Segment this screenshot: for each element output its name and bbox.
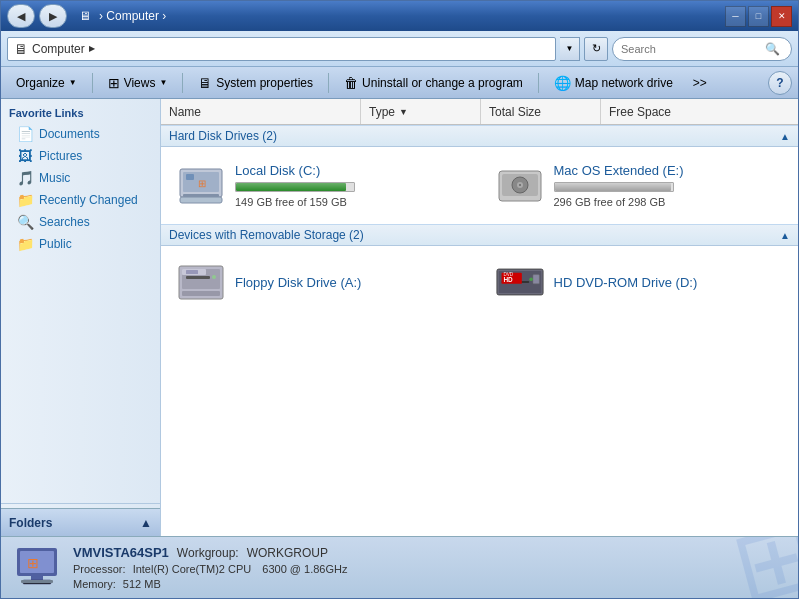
views-button[interactable]: ⊞ Views ▼ xyxy=(99,70,177,96)
status-memory-line: Memory: 512 MB xyxy=(73,578,347,590)
back-button[interactable]: ◀ xyxy=(7,4,35,28)
svg-rect-29 xyxy=(31,576,43,580)
sidebar-item-recently-changed-label: Recently Changed xyxy=(39,193,138,207)
drive-item-c[interactable]: ⊞ Local Disk (C:) 149 GB free of 159 GB xyxy=(161,155,480,216)
sidebar-item-music[interactable]: 🎵 Music xyxy=(1,167,160,189)
drive-c-bar xyxy=(236,183,346,191)
column-header: Name Type ▼ Total Size Free Space xyxy=(161,99,798,125)
status-memory-label: Memory: xyxy=(73,578,116,590)
statusbar: ⊞ VMVISTA64SP1 Workgroup: WORKGROUP Proc… xyxy=(1,536,798,598)
folders-label: Folders xyxy=(9,516,52,530)
main-content: Favorite Links 📄 Documents 🖼 Pictures 🎵 … xyxy=(1,99,798,536)
close-button[interactable]: ✕ xyxy=(771,6,792,27)
hard-disk-section-header: Hard Disk Drives (2) ▲ xyxy=(161,125,798,147)
drive-e-name[interactable]: Mac OS Extended (E:) xyxy=(554,163,684,178)
sidebar-item-public-label: Public xyxy=(39,237,72,251)
refresh-button[interactable]: ↻ xyxy=(584,37,608,61)
search-input[interactable] xyxy=(621,43,761,55)
drive-item-e[interactable]: Mac OS Extended (E:) 296 GB free of 298 … xyxy=(480,155,799,216)
more-button[interactable]: >> xyxy=(684,70,716,96)
drive-item-d[interactable]: HD DVD HD DVD-ROM Drive (D:) xyxy=(480,254,799,310)
svg-rect-4 xyxy=(180,197,222,203)
titlebar-controls: ─ □ ✕ xyxy=(725,6,792,27)
removable-collapse-button[interactable]: ▲ xyxy=(780,230,790,241)
drive-c-name[interactable]: Local Disk (C:) xyxy=(235,163,355,178)
map-drive-icon: 🌐 xyxy=(554,75,571,91)
sidebar-item-pictures-label: Pictures xyxy=(39,149,82,163)
address-dropdown-button[interactable]: ▼ xyxy=(560,37,580,61)
svg-rect-13 xyxy=(186,276,210,279)
svg-rect-17 xyxy=(186,270,198,274)
status-computer-name: VMVISTA64SP1 xyxy=(73,545,169,560)
column-type[interactable]: Type ▼ xyxy=(361,99,481,124)
drive-e-bar-container xyxy=(554,182,674,192)
sidebar-item-public[interactable]: 📁 Public xyxy=(1,233,160,255)
views-icon: ⊞ xyxy=(108,75,120,91)
svg-rect-31 xyxy=(21,580,53,583)
removable-drives-grid: Floppy Disk Drive (A:) xyxy=(161,246,798,318)
titlebar-left: ◀ ▶ 🖥 › Computer › xyxy=(7,4,166,28)
drive-d-info: HD DVD-ROM Drive (D:) xyxy=(554,275,698,290)
drive-e-free: 296 GB free of 298 GB xyxy=(554,196,684,208)
status-info: VMVISTA64SP1 Workgroup: WORKGROUP Proces… xyxy=(73,545,347,590)
removable-section-header: Devices with Removable Storage (2) ▲ xyxy=(161,224,798,246)
sidebar-divider xyxy=(1,503,160,504)
documents-icon: 📄 xyxy=(17,126,33,142)
window-path: › Computer › xyxy=(99,9,166,23)
search-icon: 🔍 xyxy=(765,42,780,56)
window: ◀ ▶ 🖥 › Computer › ─ □ ✕ 🖥 Computer ▶ ▼ … xyxy=(0,0,799,599)
views-label: Views xyxy=(124,76,156,90)
status-processor: Intel(R) Core(TM)2 CPU xyxy=(133,563,252,575)
status-memory: 512 MB xyxy=(123,578,161,590)
toolbar-separator-4 xyxy=(538,73,539,93)
column-name[interactable]: Name xyxy=(161,99,361,124)
type-sort-icon: ▼ xyxy=(399,107,408,117)
help-button[interactable]: ? xyxy=(768,71,792,95)
drive-d-name[interactable]: HD DVD-ROM Drive (D:) xyxy=(554,275,698,290)
forward-button[interactable]: ▶ xyxy=(39,4,67,28)
toolbar: Organize ▼ ⊞ Views ▼ 🖥 System properties… xyxy=(1,67,798,99)
views-dropdown-icon: ▼ xyxy=(159,78,167,87)
uninstall-button[interactable]: 🗑 Uninstall or change a program xyxy=(335,70,532,96)
uninstall-icon: 🗑 xyxy=(344,75,358,91)
svg-text:⊞: ⊞ xyxy=(198,178,206,189)
removable-section-title: Devices with Removable Storage (2) xyxy=(169,228,364,242)
sidebar: Favorite Links 📄 Documents 🖼 Pictures 🎵 … xyxy=(1,99,161,536)
svg-rect-2 xyxy=(186,174,194,180)
drive-e-info: Mac OS Extended (E:) 296 GB free of 298 … xyxy=(554,163,684,208)
hard-disk-collapse-button[interactable]: ▲ xyxy=(780,131,790,142)
status-workgroup-label: Workgroup: xyxy=(177,546,239,560)
address-path: Computer xyxy=(32,42,85,56)
drive-c-free: 149 GB free of 159 GB xyxy=(235,196,355,208)
organize-button[interactable]: Organize ▼ xyxy=(7,70,86,96)
drive-c-info: Local Disk (C:) 149 GB free of 159 GB xyxy=(235,163,355,208)
toolbar-separator-1 xyxy=(92,73,93,93)
sidebar-item-pictures[interactable]: 🖼 Pictures xyxy=(1,145,160,167)
minimize-button[interactable]: ─ xyxy=(725,6,746,27)
recently-changed-icon: 📁 xyxy=(17,192,33,208)
column-total-size[interactable]: Total Size xyxy=(481,99,601,124)
public-icon: 📁 xyxy=(17,236,33,252)
window-icon: 🖥 xyxy=(79,9,91,23)
drive-item-a[interactable]: Floppy Disk Drive (A:) xyxy=(161,254,480,310)
map-drive-button[interactable]: 🌐 Map network drive xyxy=(545,70,682,96)
hard-disk-section-title: Hard Disk Drives (2) xyxy=(169,129,277,143)
system-properties-button[interactable]: 🖥 System properties xyxy=(189,70,322,96)
svg-text:⊞: ⊞ xyxy=(27,555,39,571)
sidebar-item-documents[interactable]: 📄 Documents xyxy=(1,123,160,145)
drive-e-icon xyxy=(496,166,544,206)
sidebar-item-music-label: Music xyxy=(39,171,70,185)
folders-bar[interactable]: Folders ▲ xyxy=(1,508,160,536)
drive-d-icon: HD DVD xyxy=(496,262,544,302)
sidebar-item-recently-changed[interactable]: 📁 Recently Changed xyxy=(1,189,160,211)
search-box: 🔍 xyxy=(612,37,792,61)
status-computer-icon: ⊞ xyxy=(13,544,61,592)
status-processor-line: Processor: Intel(R) Core(TM)2 CPU 6300 @… xyxy=(73,563,347,575)
status-processor-speed: 6300 @ 1.86GHz xyxy=(262,563,347,575)
column-free-space[interactable]: Free Space xyxy=(601,99,798,124)
drive-a-name[interactable]: Floppy Disk Drive (A:) xyxy=(235,275,361,290)
sidebar-item-searches[interactable]: 🔍 Searches xyxy=(1,211,160,233)
address-field[interactable]: 🖥 Computer ▶ xyxy=(7,37,556,61)
hard-disk-drives-grid: ⊞ Local Disk (C:) 149 GB free of 159 GB xyxy=(161,147,798,224)
maximize-button[interactable]: □ xyxy=(748,6,769,27)
